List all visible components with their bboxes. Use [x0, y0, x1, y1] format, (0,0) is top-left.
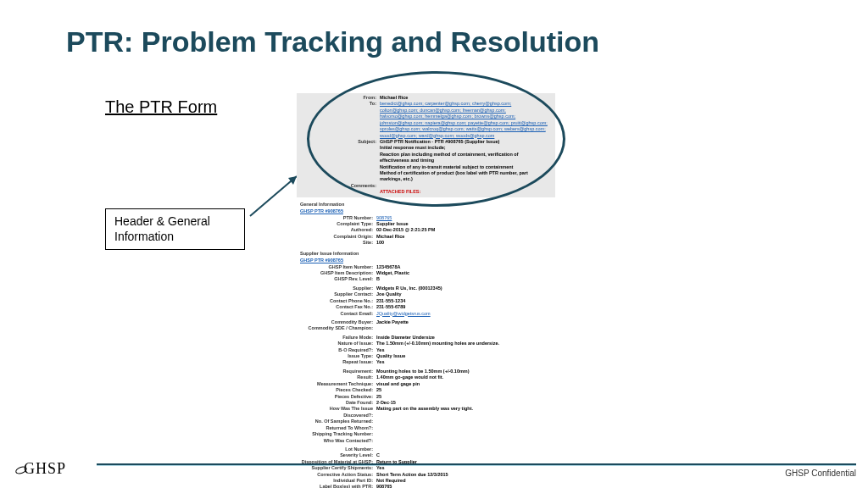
svg-marker-1: [288, 176, 297, 185]
svg-line-0: [250, 176, 297, 216]
subtitle: The PTR Form: [105, 97, 217, 117]
ptr-form-screenshot: From:Michael Rice To:benedict@ghsp.com; …: [297, 93, 555, 488]
ghsp-logo: GHSP: [15, 460, 66, 478]
footer-line: [97, 463, 856, 466]
slide-title: PTR: Problem Tracking and Resolution: [66, 25, 599, 58]
annotation-box: Header & General Information: [105, 208, 245, 250]
confidential-label: GHSP Confidential: [785, 469, 856, 478]
footer: GHSP GHSP Confidential: [12, 454, 856, 478]
